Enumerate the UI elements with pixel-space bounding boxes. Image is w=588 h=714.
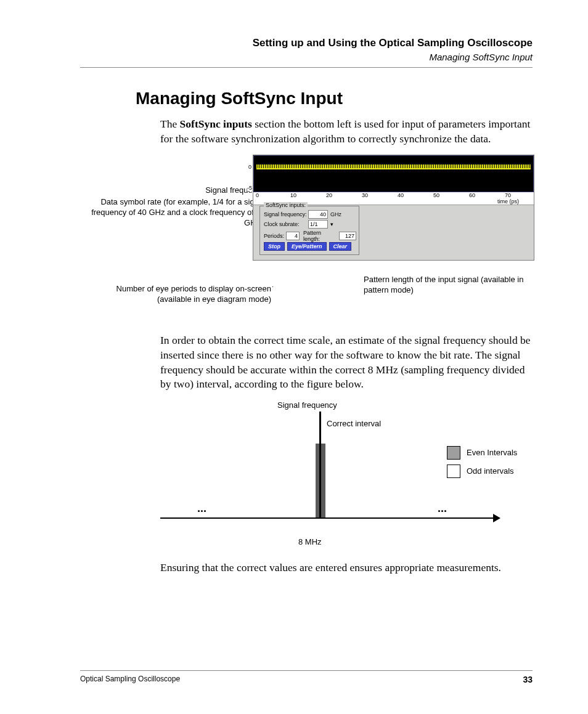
eye-pattern-button[interactable]: Eye/Pattern [287,242,327,251]
clock-subrate-label: Clock subrate: [264,221,308,227]
interval-legend: Even Intervals Odd intervals [447,446,517,483]
oscilloscope-plot [253,155,534,192]
groupbox-legend: SoftSync inputs: [264,202,308,208]
pattern-length-label: Pattern length: [303,230,339,242]
ellipsis-left: ... [197,502,206,515]
clock-subrate-select[interactable]: 1/1 [308,220,328,229]
legend-even: Even Intervals [447,446,517,460]
section-title: Managing SoftSync Input [80,52,533,62]
y-tick-0: 0 [248,164,251,170]
button-row: Stop Eye/Pattern Clear [264,242,351,251]
signal-frequency-label: Signal frequency: [264,211,308,217]
pattern-length-input[interactable]: 127 [339,232,356,240]
label-8mhz: 8 MHz [298,537,322,546]
legend-odd: Odd intervals [447,465,517,478]
odd-swatch-icon [447,465,460,478]
dropdown-icon[interactable]: ▾ [330,221,333,227]
x-tick: 40 [398,192,404,198]
left-callouts: Signal frequency Data symbol rate (for e… [80,185,265,230]
x-tick: 50 [433,192,439,198]
softsync-groupbox: SoftSync inputs: Signal frequency: 40 GH… [259,206,359,255]
x-axis-label: time (ps) [497,198,519,205]
x-tick: 60 [469,192,475,198]
x-tick: 20 [326,192,332,198]
closing-paragraph: Ensuring that the correct values are ent… [160,561,533,575]
callout-signal-frequency: Signal frequency [80,185,265,196]
even-swatch-icon [447,446,460,460]
legend-odd-label: Odd intervals [467,466,514,476]
page-header: Setting up and Using the Optical Samplin… [80,37,533,68]
x-tick: 70 [505,192,511,198]
signal-trace [256,168,531,169]
interval-diagram: Signal frequency Correct interval ... ..… [160,400,533,554]
chapter-title: Setting up and Using the Optical Samplin… [80,37,533,49]
x-tick: 30 [362,192,368,198]
clear-button[interactable]: Clear [329,242,352,251]
header-rule [80,67,533,68]
stop-button[interactable]: Stop [264,242,285,251]
intro-paragraph: The SoftSync inputs section the bottom l… [160,117,533,146]
periods-input[interactable]: 4 [286,232,300,240]
signal-frequency-row: Signal frequency: 40 GHz [264,210,356,219]
arrow-icon [493,514,500,522]
frequency-axis [160,517,493,519]
periods-label: Periods: [264,233,286,239]
intro-text-pre: The [160,118,180,130]
clock-subrate-row: Clock subrate: 1/1 ▾ [264,220,356,229]
explanation-paragraph: In order to obtain the correct time scal… [160,333,533,392]
periods-pattern-row: Periods: 4 Pattern length: 127 [264,230,356,242]
screenshot-figure: Signal frequency Data symbol rate (for e… [80,155,533,315]
callout-pattern-length: Pattern length of the input signal (avai… [364,275,524,296]
center-marker-line [319,412,321,517]
footer-product: Optical Sampling Oscilloscope [80,675,180,684]
x-tick: 0 [256,192,259,198]
signal-frequency-unit: GHz [330,211,341,217]
ellipsis-right: ... [438,502,447,515]
x-tick: 10 [290,192,296,198]
label-signal-frequency: Signal frequency [277,400,337,410]
softsync-panel: 0 -5 0 10 20 30 40 50 60 70 time (ps) So… [253,155,534,261]
page-number: 33 [523,675,533,684]
legend-even-label: Even Intervals [467,448,517,457]
y-tick-minus5: -5 [247,185,252,191]
page-title: Managing SoftSync Input [136,89,533,108]
softsync-bold: SoftSync inputs [180,118,252,130]
callout-periods: Number of eye periods to display on-scre… [80,284,271,305]
signal-frequency-input[interactable]: 40 [308,210,328,219]
page-footer: Optical Sampling Oscilloscope 33 [80,670,533,684]
callout-clock-subrate: Data symbol rate (for example, 1/4 for a… [80,197,265,229]
label-correct-interval: Correct interval [327,419,381,428]
